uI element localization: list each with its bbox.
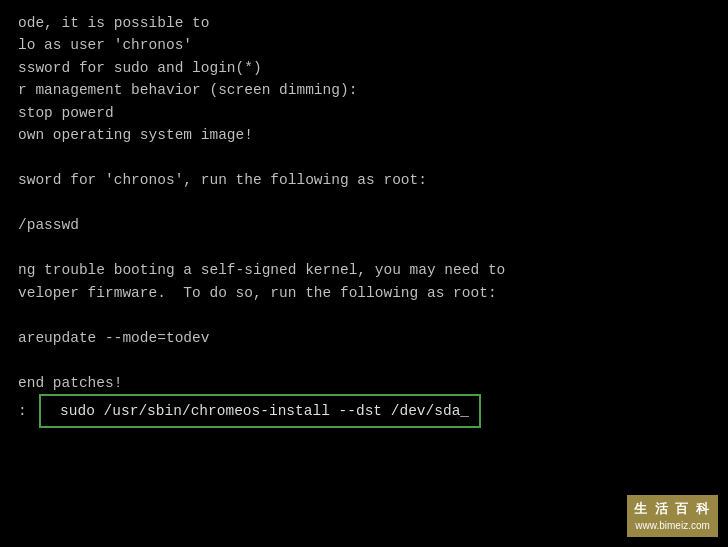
terminal-line: veloper firmware. To do so, run the foll… bbox=[18, 282, 710, 304]
watermark-url: www.bimeiz.com bbox=[634, 518, 711, 533]
terminal-line: stop powerd bbox=[18, 102, 710, 124]
terminal-line: own operating system image! bbox=[18, 124, 710, 146]
terminal-line: ssword for sudo and login(*) bbox=[18, 57, 710, 79]
terminal-line: areupdate --mode=todev bbox=[18, 327, 710, 349]
terminal-line: r management behavior (screen dimming): bbox=[18, 79, 710, 101]
terminal-line: lo as user 'chronos' bbox=[18, 34, 710, 56]
watermark-title: 生 活 百 科 bbox=[634, 499, 711, 519]
terminal-prompt: : bbox=[18, 403, 27, 419]
command-input-line: : sudo /usr/sbin/chromeos-install --dst … bbox=[18, 394, 710, 428]
terminal-window: ode, it is possible to lo as user 'chron… bbox=[0, 0, 728, 547]
terminal-line: ode, it is possible to bbox=[18, 12, 710, 34]
watermark: 生 活 百 科 www.bimeiz.com bbox=[627, 495, 718, 538]
terminal-line: ng trouble booting a self-signed kernel,… bbox=[18, 259, 710, 281]
terminal-line: sword for 'chronos', run the following a… bbox=[18, 169, 710, 191]
terminal-line: end patches! bbox=[18, 372, 710, 394]
command-box: sudo /usr/sbin/chromeos-install --dst /d… bbox=[39, 394, 481, 428]
terminal-line: /passwd bbox=[18, 214, 710, 236]
